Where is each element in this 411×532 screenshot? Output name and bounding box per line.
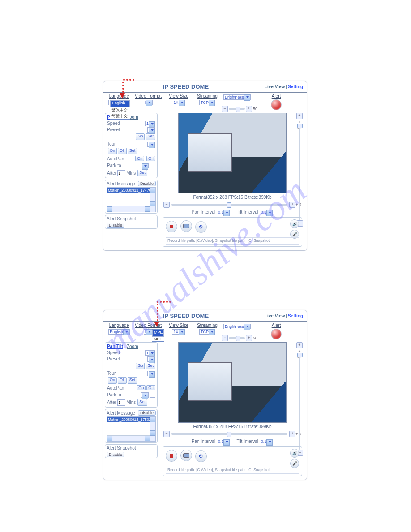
- alert-message-disable-button[interactable]: Disable: [138, 181, 156, 186]
- scroll-down-icon[interactable]: [150, 201, 155, 206]
- settings-link[interactable]: Setting: [288, 84, 303, 89]
- language-option-simp[interactable]: 简體中文: [110, 113, 130, 119]
- tilt-plus-button[interactable]: +: [296, 113, 303, 119]
- schedule-button[interactable]: ⏲: [195, 221, 207, 233]
- scroll-right-icon[interactable]: [145, 206, 150, 212]
- schedule-button[interactable]: ⏲: [195, 450, 207, 462]
- settings-link[interactable]: Setting: [288, 313, 303, 318]
- tilt-slider-handle[interactable]: [297, 124, 303, 128]
- autopan-on-button[interactable]: On: [135, 156, 144, 161]
- preset-go-button[interactable]: Go: [136, 363, 145, 369]
- tour-label: Tour: [107, 371, 116, 376]
- parkto-select[interactable]: [141, 392, 149, 398]
- pan-slider-handle[interactable]: [227, 432, 231, 437]
- alert-message-list[interactable]: Motion_20080912_175024: [107, 416, 156, 442]
- tilt-interval-select[interactable]: 0.1: [260, 439, 274, 444]
- record-button[interactable]: [166, 450, 177, 462]
- after-input[interactable]: [117, 399, 125, 406]
- tour-select[interactable]: [147, 371, 155, 376]
- tilt-slider-handle[interactable]: [297, 353, 303, 357]
- after-set-button[interactable]: Set: [137, 399, 147, 406]
- parkto-checkbox[interactable]: [150, 163, 155, 168]
- view-size-select[interactable]: 1X: [172, 329, 185, 335]
- language-select[interactable]: English: [108, 329, 130, 335]
- tour-on-button[interactable]: On: [108, 148, 117, 154]
- tour-select[interactable]: [147, 142, 155, 147]
- alert-button[interactable]: [271, 329, 282, 339]
- video-format-option-1[interactable]: MPE: [152, 337, 164, 341]
- tour-on-button[interactable]: On: [108, 377, 117, 384]
- alert-button[interactable]: [271, 99, 282, 110]
- alert-message-item[interactable]: Motion_20080912_174709: [107, 188, 155, 193]
- autopan-on-button[interactable]: On: [137, 385, 146, 390]
- video-format-label: Video Format: [132, 94, 164, 99]
- preset-select[interactable]: [147, 356, 155, 362]
- alert-snapshot-disable-button[interactable]: Disable: [107, 452, 124, 457]
- tour-set-button[interactable]: Set: [128, 148, 137, 154]
- scroll-left-icon[interactable]: [107, 436, 112, 441]
- tilt-plus-button[interactable]: +: [296, 342, 303, 348]
- pan-interval-select[interactable]: 0.1: [217, 439, 231, 444]
- pan-slider-track[interactable]: [171, 204, 287, 206]
- preset-select[interactable]: [147, 127, 155, 133]
- autopan-off-button[interactable]: Off: [146, 385, 155, 390]
- streaming-select[interactable]: TCP: [199, 329, 215, 335]
- pan-slider-handle[interactable]: [227, 202, 231, 208]
- autopan-off-button[interactable]: Off: [146, 156, 155, 161]
- speaker-icon[interactable]: 🔊: [290, 449, 299, 458]
- parkto-checkbox[interactable]: [150, 392, 155, 398]
- tour-off-button[interactable]: Off: [118, 377, 127, 384]
- alert-snapshot-disable-button[interactable]: Disable: [107, 223, 124, 228]
- video-format-dropdown-open[interactable]: MPE MPE: [152, 329, 164, 342]
- video-format-select[interactable]: I: [144, 100, 153, 105]
- alert-message-item[interactable]: Motion_20080912_175024: [107, 417, 155, 422]
- record-button[interactable]: [166, 221, 177, 232]
- pan-minus-button[interactable]: −: [163, 202, 170, 208]
- tour-off-button[interactable]: Off: [118, 148, 127, 154]
- brightness-slider-track[interactable]: [229, 108, 245, 110]
- alert-message-list[interactable]: Motion_20080912_174709: [107, 187, 156, 212]
- preset-go-button[interactable]: Go: [136, 133, 145, 140]
- streaming-select[interactable]: TCP: [199, 100, 215, 105]
- language-dropdown-open[interactable]: English 繁体中文 简體中文: [110, 100, 130, 120]
- tour-set-button[interactable]: Set: [128, 377, 137, 384]
- scroll-down-icon[interactable]: [150, 430, 155, 436]
- tilt-interval-select[interactable]: 0.1: [260, 210, 274, 215]
- pan-plus-button[interactable]: +: [289, 431, 295, 437]
- scroll-left-icon[interactable]: [107, 206, 112, 212]
- view-size-select[interactable]: 1X: [172, 100, 185, 105]
- adjust-select[interactable]: Brightness: [223, 94, 251, 100]
- live-view-link[interactable]: Live View: [265, 313, 285, 318]
- scroll-up-icon[interactable]: [150, 417, 155, 422]
- scrollbar-horizontal[interactable]: [107, 435, 150, 441]
- snapshot-button[interactable]: [180, 220, 192, 232]
- snapshot-button[interactable]: [180, 450, 192, 461]
- adjust-select[interactable]: Brightness: [223, 324, 251, 329]
- brightness-slider-track[interactable]: [229, 337, 245, 339]
- scrollbar-horizontal[interactable]: [107, 206, 150, 212]
- parkto-select[interactable]: [141, 163, 149, 168]
- language-option-english[interactable]: English: [110, 100, 130, 107]
- language-option-trad[interactable]: 繁体中文: [110, 107, 130, 113]
- tilt-slider-track[interactable]: [299, 124, 300, 220]
- speaker-icon[interactable]: 🔊: [290, 219, 299, 228]
- tilt-slider-track[interactable]: [299, 354, 300, 450]
- tab-zoom[interactable]: Zoom: [127, 344, 138, 349]
- video-format-option-0[interactable]: MPE: [152, 330, 164, 337]
- preset-set-button[interactable]: Set: [146, 133, 155, 140]
- tab-pan-tilt[interactable]: Pan Tilt: [107, 344, 123, 349]
- scroll-up-icon[interactable]: [150, 188, 155, 193]
- brightness-value: 50: [253, 336, 257, 340]
- pan-interval-select[interactable]: 0.1: [217, 210, 231, 215]
- pan-minus-button[interactable]: −: [163, 431, 170, 437]
- scroll-right-icon[interactable]: [145, 436, 150, 441]
- speed-select[interactable]: 1: [145, 350, 155, 356]
- alert-message-disable-button[interactable]: Disable: [138, 410, 156, 416]
- pan-plus-button[interactable]: +: [289, 202, 295, 208]
- preset-set-button[interactable]: Set: [146, 363, 155, 369]
- after-set-button[interactable]: Set: [137, 170, 147, 176]
- speed-select[interactable]: 1: [145, 121, 155, 126]
- pan-slider-track[interactable]: [171, 433, 287, 435]
- live-view-link[interactable]: Live View: [265, 84, 285, 89]
- after-input[interactable]: [117, 170, 125, 176]
